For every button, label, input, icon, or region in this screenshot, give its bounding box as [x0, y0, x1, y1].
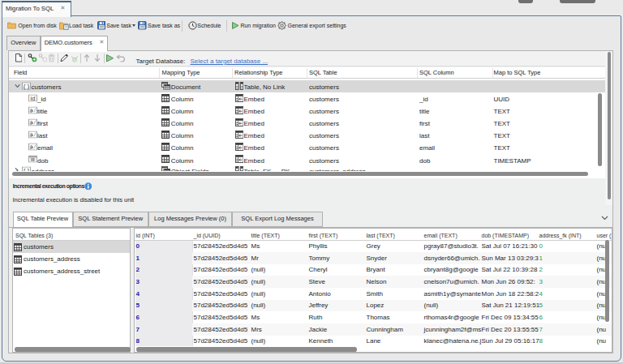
svg-text:id: id — [30, 94, 35, 101]
svg-text:{: { — [23, 166, 25, 171]
svg-text:{: { — [23, 82, 25, 89]
